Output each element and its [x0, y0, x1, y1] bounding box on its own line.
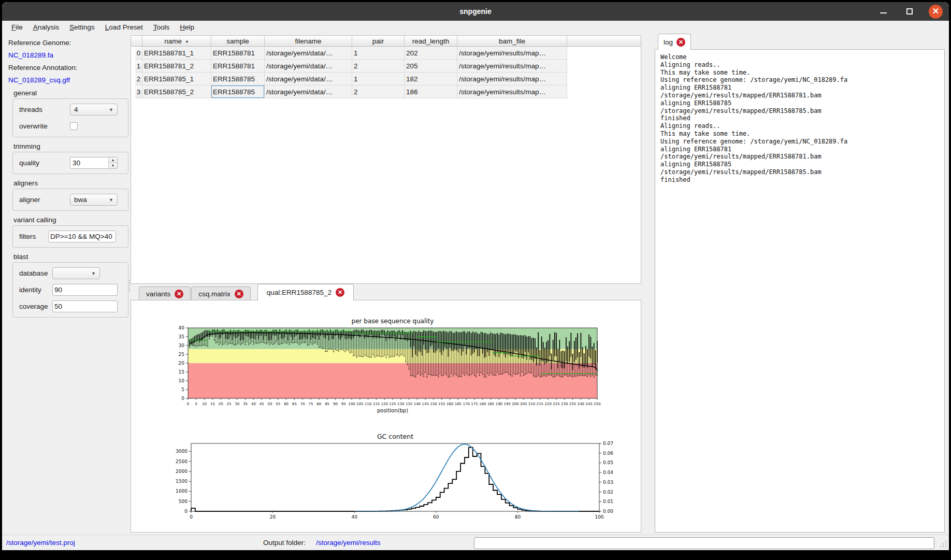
- cell-sample[interactable]: ERR1588781: [211, 60, 265, 73]
- cell-filename[interactable]: /storage/yemi/data/…: [265, 73, 352, 85]
- output-folder-link[interactable]: /storage/yemi/results: [316, 535, 381, 550]
- column-header-name[interactable]: name▲: [142, 36, 211, 47]
- svg-text:5: 5: [195, 402, 197, 406]
- project-file-link[interactable]: /storage/yemi/test.proj: [6, 535, 75, 550]
- close-tab-icon[interactable]: ✕: [235, 290, 243, 298]
- log-console[interactable]: Welcome Aligning reads.. This may take s…: [655, 49, 945, 533]
- row-number[interactable]: 2: [135, 73, 142, 85]
- field-label: overwrite: [19, 122, 70, 130]
- column-header-bam-file[interactable]: bam_file: [457, 36, 567, 47]
- cell-read-length[interactable]: 186: [405, 85, 457, 98]
- minimize-button[interactable]: [880, 12, 887, 13]
- svg-text:125: 125: [389, 402, 396, 406]
- tab-log[interactable]: log ✕: [658, 34, 691, 50]
- column-header-filename[interactable]: filename: [265, 36, 352, 47]
- svg-text:60: 60: [284, 402, 289, 406]
- output-folder-label: Output folder:: [263, 535, 306, 550]
- chevron-down-icon: ▼: [91, 271, 96, 276]
- cell-pair[interactable]: 1: [352, 47, 405, 60]
- maximize-button[interactable]: [906, 8, 913, 15]
- cell-sample[interactable]: ERR1588785: [211, 73, 265, 85]
- spin-up-icon[interactable]: ▲: [109, 157, 117, 163]
- cell-sample[interactable]: ERR1588781: [211, 47, 265, 60]
- coverage-input[interactable]: 50: [52, 300, 118, 312]
- close-tab-icon[interactable]: ✕: [175, 290, 183, 298]
- database-select[interactable]: ▼: [52, 267, 100, 279]
- close-button[interactable]: ✕: [929, 5, 943, 19]
- reference-genome-link[interactable]: NC_018289.fa: [8, 51, 128, 59]
- svg-text:GC content: GC content: [377, 433, 413, 440]
- cell-name[interactable]: ERR1588785_2: [142, 85, 211, 98]
- resize-grip[interactable]: [939, 540, 946, 547]
- cell-bam-file[interactable]: /storage/yemi/results/map…: [457, 85, 567, 98]
- titlebar[interactable]: snpgenie ✕: [2, 2, 949, 21]
- cell-name[interactable]: ERR1588781_1: [142, 47, 211, 60]
- svg-text:0: 0: [190, 514, 193, 520]
- svg-text:75: 75: [309, 402, 313, 406]
- cell-sample[interactable]: ERR1588785: [211, 85, 265, 98]
- svg-text:90: 90: [333, 402, 338, 406]
- input-value: 90: [54, 286, 62, 294]
- cell-filename[interactable]: /storage/yemi/data/…: [265, 47, 352, 60]
- row-number[interactable]: 3: [135, 85, 142, 98]
- svg-text:0.07: 0.07: [603, 441, 613, 446]
- aligner-select[interactable]: bwa▼: [70, 194, 118, 206]
- cell-bam-file[interactable]: /storage/yemi/results/map…: [457, 73, 567, 85]
- menu-item-settings[interactable]: Settings: [64, 21, 100, 34]
- group-box: database▼identity90coverage50: [12, 262, 128, 318]
- cell-read-length[interactable]: 182: [405, 73, 457, 85]
- cell-read-length[interactable]: 202: [405, 47, 457, 60]
- filters-input[interactable]: DP>=10 && MQ>40: [48, 231, 116, 242]
- overwrite-checkbox[interactable]: [70, 122, 78, 130]
- field-row: coverage50: [19, 300, 124, 312]
- cell-bam-file[interactable]: /storage/yemi/results/map…: [457, 47, 567, 60]
- tab-csq-matrix[interactable]: csq.matrix✕: [191, 286, 251, 300]
- settings-sidebar: Reference Genome: NC_018289.fa Reference…: [6, 34, 128, 318]
- close-tab-icon[interactable]: ✕: [336, 288, 344, 297]
- threads-select[interactable]: 4▼: [70, 104, 118, 116]
- tab-qual-err1588785-2[interactable]: qual:ERR1588785_2✕: [257, 284, 354, 300]
- cell-name[interactable]: ERR1588781_2: [142, 60, 211, 73]
- group-blast: blastdatabase▼identity90coverage50: [6, 253, 128, 318]
- group-title: trimming: [13, 142, 128, 150]
- menu-item-load-preset[interactable]: Load Preset: [100, 21, 148, 34]
- close-log-tab-icon[interactable]: ✕: [676, 38, 685, 47]
- cell-pair[interactable]: 2: [352, 60, 405, 73]
- menu-item-help[interactable]: Help: [175, 21, 199, 34]
- menu-item-analysis[interactable]: Analysis: [28, 21, 64, 34]
- desktop-background: { "window": { "title": "snpgenie" }, "me…: [0, 0, 951, 560]
- quality-spinbox[interactable]: 30▲▼: [70, 157, 118, 169]
- cell-name[interactable]: ERR1588785_1: [142, 73, 211, 85]
- cell-filename[interactable]: /storage/yemi/data/…: [265, 85, 352, 98]
- column-header-pair[interactable]: pair: [352, 36, 405, 47]
- column-header-sample[interactable]: sample: [211, 36, 265, 47]
- group-title: aligners: [13, 179, 128, 187]
- cell-pair[interactable]: 2: [352, 85, 405, 98]
- chevron-down-icon: ▼: [109, 107, 113, 112]
- group-title: blast: [13, 253, 128, 261]
- table-row: 3ERR1588785_2ERR1588785/storage/yemi/dat…: [131, 85, 641, 98]
- cell-read-length[interactable]: 205: [405, 60, 457, 73]
- field-row: identity90: [19, 284, 124, 296]
- cell-pair[interactable]: 1: [352, 73, 405, 85]
- svg-text:170: 170: [463, 402, 470, 406]
- row-header-corner[interactable]: [135, 36, 142, 47]
- svg-text:3000: 3000: [176, 449, 188, 454]
- column-header-read-length[interactable]: read_length: [405, 36, 457, 47]
- status-input[interactable]: [474, 537, 934, 549]
- svg-text:1000: 1000: [176, 489, 188, 494]
- spin-down-icon[interactable]: ▼: [109, 163, 117, 168]
- reference-annotation-link[interactable]: NC_018289_csq.gff: [8, 76, 128, 84]
- row-number[interactable]: 0: [135, 47, 142, 60]
- cell-bam-file[interactable]: /storage/yemi/results/map…: [457, 60, 567, 73]
- cell-filename[interactable]: /storage/yemi/data/…: [265, 60, 352, 73]
- menu-item-tools[interactable]: Tools: [148, 21, 175, 34]
- row-number[interactable]: 1: [135, 60, 142, 73]
- tab-variants[interactable]: variants✕: [139, 286, 191, 300]
- menu-item-file[interactable]: File: [6, 21, 28, 34]
- svg-text:225: 225: [553, 402, 559, 406]
- input-value: 50: [54, 303, 62, 310]
- svg-text:70: 70: [300, 402, 305, 406]
- svg-text:35: 35: [243, 402, 248, 406]
- identity-input[interactable]: 90: [52, 284, 118, 296]
